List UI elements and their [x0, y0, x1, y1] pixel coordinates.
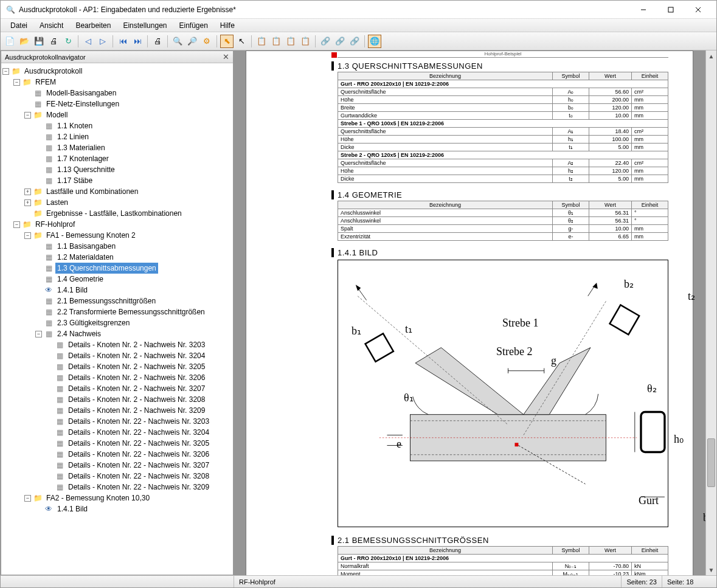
- tree-label[interactable]: Details - Knoten Nr. 2 - Nachweis Nr. 32…: [66, 405, 207, 416]
- close-button[interactable]: [684, 1, 712, 18]
- tree-node[interactable]: ▦1.4 Geometrie: [2, 274, 232, 285]
- tree-label[interactable]: 1.13 Querschnitte: [55, 164, 117, 175]
- tree-label[interactable]: FA1 - Bemessung Knoten 2: [44, 230, 137, 241]
- expand-icon[interactable]: +: [24, 199, 31, 206]
- tree-node[interactable]: ▦Details - Knoten Nr. 2 - Nachweis Nr. 3…: [2, 361, 232, 372]
- tree-node[interactable]: ▦Details - Knoten Nr. 2 - Nachweis Nr. 3…: [2, 339, 232, 350]
- open-icon[interactable]: 📂: [18, 35, 31, 48]
- tree-node[interactable]: ▦2.3 Gültigkeitsgrenzen: [2, 317, 232, 328]
- tree-label[interactable]: 1.1 Basisangaben: [55, 241, 117, 252]
- tree-label[interactable]: 2.3 Gültigkeitsgrenzen: [55, 317, 131, 328]
- tree-label[interactable]: Details - Knoten Nr. 2 - Nachweis Nr. 32…: [66, 372, 207, 383]
- menu-bearbeiten[interactable]: Bearbeiten: [69, 20, 117, 31]
- first-icon[interactable]: ⏮: [116, 35, 130, 48]
- tree-node[interactable]: +📁Lastfälle und Kombinationen: [2, 186, 232, 197]
- document-scroll[interactable]: Hohlprof-Beispiel 1.3 QUERSCHNITTSABMESS…: [234, 50, 705, 575]
- tree-node[interactable]: −📁RFEM: [2, 77, 232, 88]
- tree-label[interactable]: 1.7 Knotenlager: [55, 153, 111, 164]
- link1-icon[interactable]: 🔗: [319, 35, 332, 48]
- tree-label[interactable]: 1.17 Stäbe: [55, 175, 94, 186]
- tree-label[interactable]: 1.3 Materialien: [55, 142, 107, 153]
- tree-label[interactable]: 2.2 Transformierte Bemessungsschnittgröß…: [55, 306, 207, 317]
- tree-label[interactable]: 1.4.1 Bild: [55, 503, 89, 514]
- tree-label[interactable]: Details - Knoten Nr. 22 - Nachweis Nr. 3…: [66, 438, 211, 449]
- print-icon[interactable]: 🖨: [47, 35, 60, 48]
- menu-hilfe[interactable]: Hilfe: [214, 20, 241, 31]
- tree-node[interactable]: ▦1.3 Querschnittsabmessungen: [2, 263, 232, 274]
- print2-icon[interactable]: 🖨: [151, 35, 164, 48]
- vertical-scrollbar[interactable]: ▲ ▼: [705, 50, 716, 575]
- tree-node[interactable]: ▦Details - Knoten Nr. 22 - Nachweis Nr. …: [2, 471, 232, 482]
- globe-icon[interactable]: 🌐: [368, 35, 381, 48]
- tree-node[interactable]: ▦Details - Knoten Nr. 2 - Nachweis Nr. 3…: [2, 350, 232, 361]
- tree-label[interactable]: Modell-Basisangaben: [44, 88, 118, 99]
- tree-node[interactable]: ▦Details - Knoten Nr. 22 - Nachweis Nr. …: [2, 438, 232, 449]
- next-icon[interactable]: ▷: [96, 35, 109, 48]
- zoom-in-icon[interactable]: 🔍: [171, 35, 184, 48]
- tree-node[interactable]: ▦Modell-Basisangaben: [2, 88, 232, 99]
- tree-label[interactable]: 2.4 Nachweis: [55, 328, 103, 339]
- tree-node[interactable]: ▦1.7 Knotenlager: [2, 153, 232, 164]
- minimize-button[interactable]: [629, 1, 657, 18]
- tree-label[interactable]: FA2 - Bemessung Knoten 10,30: [44, 493, 151, 503]
- tree-node[interactable]: −📁FA2 - Bemessung Knoten 10,30: [2, 493, 232, 503]
- tree-view[interactable]: −📁Ausdruckprotokoll−📁RFEM▦Modell-Basisan…: [1, 63, 233, 575]
- menu-einfuegen[interactable]: Einfügen: [173, 20, 213, 31]
- menu-datei[interactable]: Datei: [4, 20, 33, 31]
- tree-node[interactable]: −📁Ausdruckprotokoll: [2, 66, 232, 77]
- settings-icon[interactable]: ⚙: [200, 35, 213, 48]
- tree-node[interactable]: ▦Details - Knoten Nr. 2 - Nachweis Nr. 3…: [2, 372, 232, 383]
- tree-node[interactable]: 👁1.4.1 Bild: [2, 285, 232, 296]
- tree-node[interactable]: ▦1.1 Basisangaben: [2, 241, 232, 252]
- tree-node[interactable]: ▦FE-Netz-Einstellungen: [2, 99, 232, 109]
- tree-node[interactable]: ▦Details - Knoten Nr. 22 - Nachweis Nr. …: [2, 416, 232, 427]
- tree-node[interactable]: ▦1.13 Querschnitte: [2, 164, 232, 175]
- tree-node[interactable]: −📁RF-Hohlprof: [2, 219, 232, 230]
- tree-node[interactable]: ▦Details - Knoten Nr. 2 - Nachweis Nr. 3…: [2, 394, 232, 405]
- tree-node[interactable]: 📁Ergebnisse - Lastfälle, Lastkombination…: [2, 208, 232, 219]
- zoom-out-icon[interactable]: 🔎: [185, 35, 199, 48]
- tree-label[interactable]: Details - Knoten Nr. 22 - Nachweis Nr. 3…: [66, 460, 211, 471]
- expand-icon[interactable]: −: [35, 331, 42, 337]
- page4-icon[interactable]: 📋: [299, 35, 312, 48]
- tree-node[interactable]: ▦Details - Knoten Nr. 22 - Nachweis Nr. …: [2, 449, 232, 460]
- prev-icon[interactable]: ◁: [81, 35, 95, 48]
- expand-icon[interactable]: −: [13, 79, 20, 86]
- scroll-track[interactable]: [706, 61, 716, 564]
- tree-node[interactable]: ▦Details - Knoten Nr. 2 - Nachweis Nr. 3…: [2, 405, 232, 416]
- cursor-icon[interactable]: ↖: [235, 35, 248, 48]
- page3-icon[interactable]: 📋: [284, 35, 297, 48]
- tree-label[interactable]: 2.1 Bemessungsschnittgrößen: [55, 296, 158, 306]
- tree-label[interactable]: RF-Hohlprof: [33, 219, 77, 230]
- tree-label[interactable]: FE-Netz-Einstellungen: [44, 99, 121, 109]
- tree-label[interactable]: Ergebnisse - Lastfälle, Lastkombinatione…: [44, 208, 184, 219]
- tree-label[interactable]: Details - Knoten Nr. 22 - Nachweis Nr. 3…: [66, 449, 211, 460]
- page-icon[interactable]: 📋: [255, 35, 268, 48]
- tree-node[interactable]: ▦1.2 Linien: [2, 131, 232, 142]
- tree-label[interactable]: Ausdruckprotokoll: [23, 66, 84, 77]
- tree-label[interactable]: Lasten: [44, 197, 70, 208]
- page2-icon[interactable]: 📋: [269, 35, 283, 48]
- tree-label[interactable]: Details - Knoten Nr. 22 - Nachweis Nr. 3…: [66, 482, 211, 493]
- tree-node[interactable]: ▦Details - Knoten Nr. 22 - Nachweis Nr. …: [2, 427, 232, 438]
- link3-icon[interactable]: 🔗: [348, 35, 361, 48]
- scroll-thumb[interactable]: [707, 438, 715, 487]
- tree-node[interactable]: ▦Details - Knoten Nr. 2 - Nachweis Nr. 3…: [2, 383, 232, 394]
- maximize-button[interactable]: [657, 1, 684, 18]
- tree-label[interactable]: Details - Knoten Nr. 2 - Nachweis Nr. 32…: [66, 394, 207, 405]
- tree-node[interactable]: ▦1.3 Materialien: [2, 142, 232, 153]
- tree-label[interactable]: 1.4 Geometrie: [55, 274, 105, 285]
- tree-label[interactable]: 1.1 Knoten: [55, 120, 94, 131]
- tree-node[interactable]: ▦2.1 Bemessungsschnittgrößen: [2, 296, 232, 306]
- expand-icon[interactable]: −: [24, 232, 31, 239]
- link2-icon[interactable]: 🔗: [333, 35, 347, 48]
- scroll-up-icon[interactable]: ▲: [706, 50, 716, 61]
- tree-label[interactable]: Details - Knoten Nr. 22 - Nachweis Nr. 3…: [66, 416, 211, 427]
- tree-node[interactable]: ▦Details - Knoten Nr. 22 - Nachweis Nr. …: [2, 482, 232, 493]
- tree-label[interactable]: Details - Knoten Nr. 22 - Nachweis Nr. 3…: [66, 427, 211, 438]
- tree-label[interactable]: Modell: [44, 109, 69, 120]
- tree-label[interactable]: Details - Knoten Nr. 2 - Nachweis Nr. 32…: [66, 350, 207, 361]
- tree-node[interactable]: ▦1.17 Stäbe: [2, 175, 232, 186]
- tree-node[interactable]: −▦2.4 Nachweis: [2, 328, 232, 339]
- expand-icon[interactable]: −: [13, 221, 20, 228]
